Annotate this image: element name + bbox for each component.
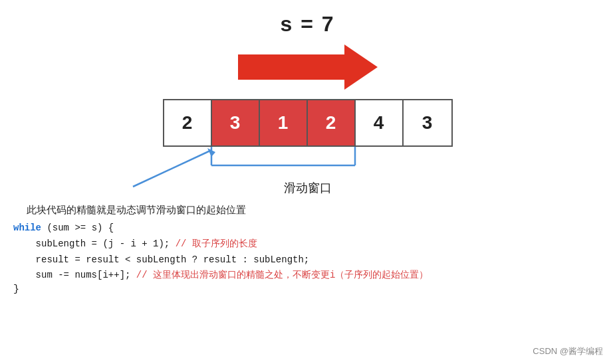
title: s = 7 [0,0,615,37]
array-cell-3: 2 [308,100,356,145]
watermark: CSDN @酱学编程 [533,345,603,357]
comment-2: // 这里体现出滑动窗口的精髓之处，不断变更i（子序列的起始位置） [136,270,429,280]
arrow-head [344,45,378,90]
array-wrapper: 231243 [163,99,453,147]
while-condition: (sum >= s) { [41,223,114,233]
code-line-2: subLength = (j - i + 1); // 取子序列的长度 [13,236,615,252]
sublength-assign: subLength = (j - i + 1); [13,238,176,249]
bracket-section [0,147,615,193]
arrow-body [238,54,344,80]
code-line-3: result = result < subLength ? result : s… [13,252,615,268]
array-cell-2: 1 [260,100,308,145]
array-cell-1: 3 [212,100,260,145]
array-cell-5: 3 [404,100,451,145]
array-container: 231243 [0,99,615,147]
description-text: 此块代码的精髓就是动态调节滑动窗口的起始位置 [27,204,615,217]
code-line-4: sum -= nums[i++]; // 这里体现出滑动窗口的精髓之处，不断变更… [13,268,615,284]
direction-arrow [238,45,378,90]
array-cell-0: 2 [164,100,212,145]
sum-decrement: sum -= nums[i++]; [13,270,136,280]
while-keyword: while [13,223,41,233]
svg-line-3 [133,150,211,187]
code-line-1: while (sum >= s) { [13,221,615,236]
array-cell-4: 4 [356,100,404,145]
arrow-container [0,45,615,90]
comment-1: // 取子序列的长度 [176,238,257,249]
result-assign: result = result < subLength ? result : s… [13,254,309,265]
closing-brace: } [13,284,615,295]
code-block: while (sum >= s) { subLength = (j - i + … [13,221,615,284]
bracket-svg [0,147,615,193]
